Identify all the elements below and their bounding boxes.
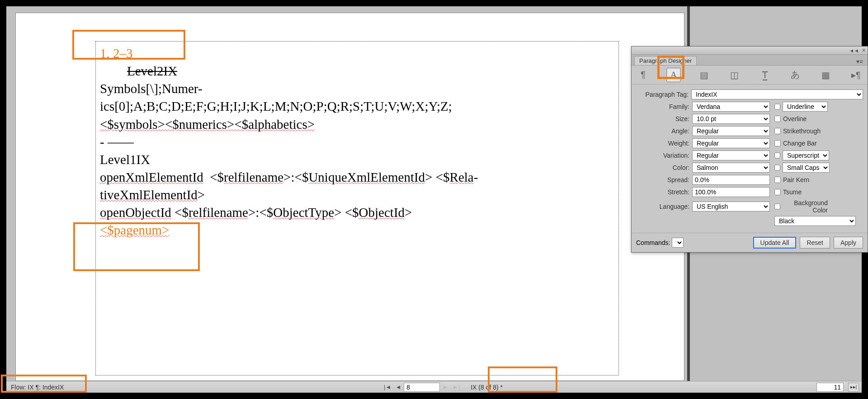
first-page-button[interactable]: |◄ [383,383,392,392]
doc-line: tiveXmlElementId [100,188,198,202]
advanced-tab-icon[interactable]: T̲ [758,68,772,82]
stretch-input[interactable] [692,187,770,197]
doc-line: openObjectId [100,205,171,220]
page-number-input[interactable] [404,383,440,392]
overline-checkbox[interactable] [774,116,781,122]
doc-line: <$ [203,169,224,186]
stretch-label: Stretch: [636,188,692,196]
panel-menu-icon[interactable]: ▾≡ [854,58,865,65]
weight-label: Weight: [636,140,692,147]
color-label: Color: [636,164,692,171]
angle-select[interactable]: Regular [692,126,770,136]
smallcaps-checkbox[interactable] [774,164,780,171]
spread-label: Spread: [636,176,692,183]
direction-tab-icon[interactable]: ▸¶ [849,68,863,82]
last-page-button[interactable]: ►| [452,383,461,392]
doc-line: Level1IX [100,151,614,169]
doc-line: ics[0];A;B;C;D;E;F;G;H;I;J;K;L;M;N;O;P;Q… [100,98,614,115]
doc-line: openXmlElementId [100,169,203,186]
changebar-checkbox[interactable] [774,140,781,146]
superscript-select[interactable]: Superscript [783,150,829,160]
doc-line: Symbols[\];Numer- [100,80,614,98]
bgcolor-checkbox[interactable] [774,203,780,210]
pairkern-checkbox[interactable] [774,177,781,183]
paragraph-tag-label: Paragraph Tag: [636,91,691,98]
update-all-button[interactable]: Update All [753,237,797,249]
doc-line: - —— [100,133,614,151]
tablecell-tab-icon[interactable]: ▦ [819,68,833,82]
underline-checkbox[interactable] [774,103,780,110]
bgcolor-select[interactable]: Black [774,216,856,226]
language-label: Language: [636,203,692,210]
language-select[interactable]: US English [692,202,770,211]
asian-tab-icon[interactable]: あ [788,68,802,82]
underline-select[interactable]: Underline [783,102,828,112]
prev-page-button[interactable]: ◄ [394,383,403,392]
pagination-tab-icon[interactable]: ▤ [697,68,711,82]
zoom-input[interactable] [816,383,844,392]
weight-select[interactable]: Regular [692,138,770,148]
spread-input[interactable] [692,175,770,185]
document-area: 1, 2–3 Level2IX Symbols[\];Numer- ics[0]… [6,6,687,387]
size-label: Size: [636,115,692,122]
variation-select[interactable]: Regular [692,150,770,160]
color-select[interactable]: Salmon [692,163,770,173]
doc-line-vars: <$symbols><$numerics><$alphabetics> [100,117,315,131]
annotation-box [73,222,200,271]
paragraph-tag-select[interactable]: IndexIX [691,89,863,99]
panel-titlebar[interactable]: ◄◄ ✕ [632,47,868,55]
commands-label: Commands: [636,239,670,246]
tsume-checkbox[interactable] [774,189,781,195]
next-page-button[interactable]: ► [441,383,450,392]
superscript-checkbox[interactable] [774,152,780,159]
size-select[interactable]: 10.0 pt [692,114,770,124]
panel-collapse-icon[interactable]: ◄◄ [849,48,859,53]
reset-button[interactable]: Reset [800,237,830,249]
level2-ix-text: Level2IX [127,64,177,78]
status-bar: Flow: IX ¶: IndexIX |◄ ◄ ► ►| IX (8 of 8… [6,381,862,393]
commands-menu[interactable]: ▼ [672,238,684,248]
annotation-box [657,56,684,79]
numbering-tab-icon[interactable]: ◫ [727,68,741,82]
goto-page-button[interactable]: ▸▸| [848,383,859,392]
basic-tab-icon[interactable]: ¶ [636,68,650,82]
annotation-box [488,366,557,393]
apply-button[interactable]: Apply [834,237,863,249]
document-text[interactable]: 1, 2–3 Level2IX Symbols[\];Numer- ics[0]… [95,41,619,243]
family-label: Family: [636,103,692,110]
annotation-box [1,375,87,393]
variation-label: Variation: [636,152,692,159]
annotation-box [72,30,185,60]
smallcaps-select[interactable]: Small Caps [783,163,830,173]
document-page[interactable]: 1, 2–3 Level2IX Symbols[\];Numer- ics[0]… [15,13,684,381]
strikethrough-checkbox[interactable] [774,128,781,134]
angle-label: Angle: [636,127,692,135]
family-select[interactable]: Verdana [692,102,770,112]
panel-close-icon[interactable]: ✕ [862,47,866,53]
